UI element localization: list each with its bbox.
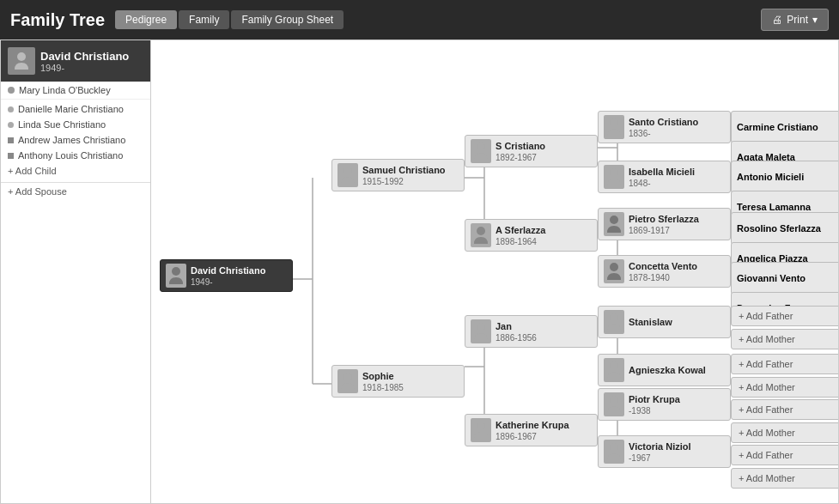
- node-avatar-piotr: [604, 392, 624, 416]
- node-dates-katherine: 1896-1967: [495, 432, 569, 441]
- svg-point-58: [477, 143, 485, 151]
- node-dates-david: 1949-: [191, 277, 265, 287]
- node-pietro[interactable]: Pietro Sferlazza 1869-1917: [598, 208, 731, 240]
- node-santo[interactable]: Santo Cristiano 1836-: [598, 111, 731, 143]
- add-father-victoria[interactable]: + Add Father: [731, 445, 838, 465]
- add-father-stanislaw[interactable]: + Add Father: [731, 306, 838, 326]
- node-dates-sophie: 1918-1985: [362, 383, 404, 392]
- add-father-agnieszka[interactable]: + Add Father: [731, 354, 838, 374]
- app-title: Family Tree: [10, 10, 105, 30]
- node-dates-concetta: 1878-1940: [629, 273, 697, 282]
- child-name-3: Andrew James Christiano: [18, 135, 125, 145]
- node-dates-isabella: 1848-: [629, 179, 695, 188]
- child-icon-1: [8, 106, 14, 112]
- svg-point-59: [477, 227, 485, 235]
- node-victoria[interactable]: Victoria Niziol -1967: [598, 435, 731, 468]
- node-scristiano[interactable]: S Cristiano 1892-1967: [465, 135, 598, 167]
- svg-point-67: [610, 361, 618, 370]
- node-asferlazza[interactable]: A Sferlazza 1898-1964: [465, 219, 598, 252]
- node-carmine[interactable]: Carmine Cristiano ▶: [731, 111, 838, 143]
- node-name-giovanni: Giovanni Vento: [737, 273, 806, 283]
- node-name-jan: Jan: [495, 320, 537, 332]
- node-avatar-asferlazza: [471, 223, 491, 247]
- node-piotr[interactable]: Piotr Krupa -1938: [598, 388, 731, 421]
- tree-container: David Christiano 1949- Samuel Christiano…: [160, 49, 804, 495]
- node-rosolino[interactable]: Rosolino Sferlazza ▶: [731, 212, 838, 245]
- node-name-piotr: Piotr Krupa: [629, 393, 680, 405]
- add-child-button[interactable]: + Add Child: [1, 163, 150, 179]
- node-avatar-agnieszka: [604, 358, 624, 382]
- node-dates-jan: 1886-1956: [495, 333, 537, 343]
- node-avatar-scristiano: [471, 139, 491, 163]
- tab-group: Pedigree Family Family Group Sheet: [115, 10, 344, 29]
- child-icon-2: [8, 122, 14, 128]
- svg-point-66: [610, 313, 618, 322]
- svg-point-63: [610, 168, 618, 177]
- node-avatar-katherine: [471, 418, 491, 442]
- node-jan[interactable]: Jan 1886-1956: [465, 315, 598, 348]
- printer-icon: 🖨: [772, 14, 782, 26]
- node-avatar-stanislaw: [604, 310, 624, 334]
- node-isabella[interactable]: Isabella Micieli 1848-: [598, 161, 731, 193]
- tab-family[interactable]: Family: [179, 10, 229, 29]
- child-icon-4: [8, 153, 14, 159]
- node-dates-pietro: 1869-1917: [629, 226, 699, 235]
- child-name-4: Anthony Louis Christiano: [18, 150, 123, 161]
- node-dates-piotr: -1938: [629, 406, 680, 416]
- child-row[interactable]: Linda Sue Christiano: [1, 117, 150, 132]
- node-samuel[interactable]: Samuel Christiano 1915-1992: [331, 159, 465, 191]
- node-name-samuel: Samuel Christiano: [362, 164, 446, 176]
- main-content: David Christiano 1949- Mary Linda O'Buck…: [0, 39, 839, 504]
- spouse-row[interactable]: Mary Linda O'Buckley: [1, 82, 150, 100]
- node-avatar-david: [166, 264, 186, 288]
- node-stanislaw[interactable]: Stanislaw: [598, 306, 731, 338]
- node-giovanni[interactable]: Giovanni Vento ▶: [731, 262, 838, 295]
- child-name-1: Danielle Marie Christiano: [18, 104, 124, 114]
- node-avatar-sophie: [337, 369, 358, 393]
- node-antonio[interactable]: Antonio Micieli ▶: [731, 161, 838, 193]
- node-avatar-victoria: [604, 440, 624, 464]
- node-agnieszka[interactable]: Agnieszka Kowal: [598, 354, 731, 386]
- add-mother-piotr[interactable]: + Add Mother: [731, 422, 838, 443]
- svg-point-60: [477, 323, 485, 331]
- add-spouse-button[interactable]: + Add Spouse: [1, 182, 150, 199]
- add-mother-agnieszka[interactable]: + Add Mother: [731, 377, 838, 398]
- svg-point-57: [344, 373, 352, 381]
- add-father-piotr[interactable]: + Add Father: [731, 399, 838, 420]
- node-name-concetta: Concetta Vento: [629, 260, 697, 272]
- tab-family-group-sheet[interactable]: Family Group Sheet: [231, 10, 344, 29]
- node-concetta[interactable]: Concetta Vento 1878-1940: [598, 255, 731, 288]
- node-name-agnieszka: Agnieszka Kowal: [629, 364, 706, 376]
- node-dates-victoria: -1967: [629, 453, 691, 463]
- add-mother-stanislaw[interactable]: + Add Mother: [731, 329, 838, 349]
- children-list: Danielle Marie Christiano Linda Sue Chri…: [1, 100, 150, 180]
- child-icon-3: [8, 137, 14, 143]
- print-button[interactable]: 🖨 Print ▾: [761, 9, 829, 31]
- node-dates-samuel: 1915-1992: [362, 177, 446, 186]
- dropdown-arrow-icon: ▾: [812, 14, 818, 26]
- child-row[interactable]: Danielle Marie Christiano: [1, 101, 150, 117]
- node-name-carmine: Carmine Cristiano: [737, 122, 818, 132]
- node-avatar-pietro: [604, 212, 624, 236]
- node-name-david: David Christiano: [191, 264, 265, 276]
- header: Family Tree Pedigree Family Family Group…: [0, 0, 839, 39]
- node-avatar-concetta: [604, 259, 624, 283]
- node-dates-asferlazza: 1898-1964: [495, 237, 545, 246]
- node-name-sophie: Sophie: [362, 370, 404, 382]
- tab-pedigree[interactable]: Pedigree: [115, 10, 177, 29]
- add-mother-victoria[interactable]: + Add Mother: [731, 468, 838, 489]
- node-david[interactable]: David Christiano 1949-: [160, 259, 293, 292]
- node-dates-santo: 1836-: [629, 129, 698, 138]
- child-row[interactable]: Andrew James Christiano: [1, 132, 150, 148]
- svg-point-0: [17, 52, 26, 61]
- node-name-isabella: Isabella Micieli: [629, 166, 695, 178]
- node-katherine[interactable]: Katherine Krupa 1896-1967: [465, 414, 598, 446]
- tree-area: David Christiano 1949- Samuel Christiano…: [151, 40, 838, 503]
- node-name-antonio: Antonio Micieli: [737, 172, 804, 182]
- svg-point-68: [610, 396, 618, 404]
- main-person-card[interactable]: David Christiano 1949-: [1, 40, 150, 82]
- node-sophie[interactable]: Sophie 1918-1985: [331, 365, 465, 398]
- child-row[interactable]: Anthony Louis Christiano: [1, 148, 150, 163]
- node-avatar-samuel: [337, 163, 358, 187]
- svg-point-69: [610, 443, 618, 452]
